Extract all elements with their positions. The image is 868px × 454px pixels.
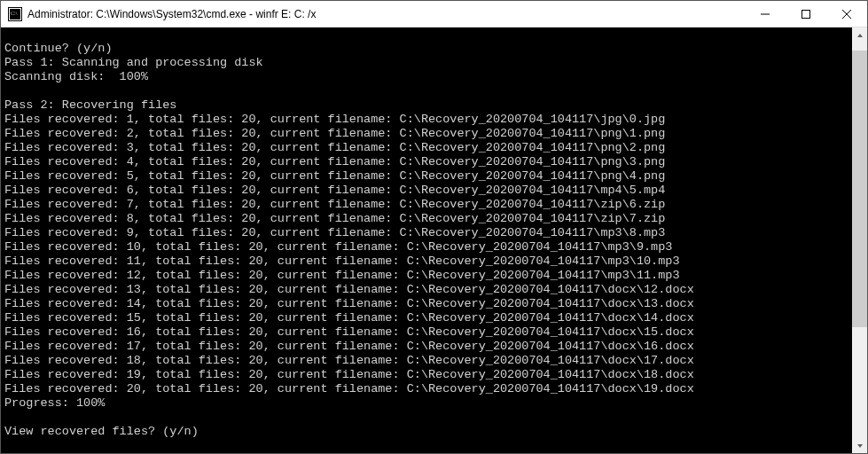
window: C:\ Administrator: C:\Windows\System32\c…	[0, 0, 868, 454]
cmd-icon: C:\	[8, 7, 22, 21]
terminal-line: Pass 1: Scanning and processing disk	[4, 56, 852, 70]
scroll-down-button[interactable]	[852, 438, 867, 453]
terminal-line: Progress: 100%	[4, 396, 852, 411]
maximize-button[interactable]	[786, 1, 826, 27]
terminal-line: Files recovered: 11, total files: 20, cu…	[4, 254, 852, 269]
terminal-line: Files recovered: 1, total files: 20, cur…	[4, 113, 852, 127]
terminal-line	[4, 84, 852, 98]
scroll-track[interactable]	[852, 43, 867, 438]
terminal-line: Files recovered: 12, total files: 20, cu…	[4, 269, 852, 283]
window-controls	[745, 1, 867, 27]
svg-marker-9	[857, 444, 863, 448]
close-button[interactable]	[826, 1, 867, 27]
client-area: Continue? (y/n)Pass 1: Scanning and proc…	[1, 27, 867, 453]
terminal-line: Files recovered: 17, total files: 20, cu…	[4, 340, 852, 354]
terminal-output[interactable]: Continue? (y/n)Pass 1: Scanning and proc…	[1, 27, 852, 453]
terminal-line: Files recovered: 5, total files: 20, cur…	[4, 169, 852, 184]
window-title: Administrator: C:\Windows\System32\cmd.e…	[27, 8, 745, 20]
terminal-line	[4, 27, 852, 42]
terminal-line: Files recovered: 9, total files: 20, cur…	[4, 226, 852, 240]
terminal-line	[4, 411, 852, 425]
terminal-line: Pass 2: Recovering files	[4, 98, 852, 113]
vertical-scrollbar[interactable]	[852, 27, 867, 453]
terminal-line: Files recovered: 6, total files: 20, cur…	[4, 184, 852, 198]
terminal-line: Files recovered: 10, total files: 20, cu…	[4, 240, 852, 254]
scroll-thumb[interactable]	[852, 51, 867, 327]
scroll-up-button[interactable]	[852, 27, 867, 43]
terminal-line: Scanning disk: 100%	[4, 70, 852, 84]
terminal-line: Continue? (y/n)	[4, 42, 852, 56]
terminal-line: Files recovered: 19, total files: 20, cu…	[4, 368, 852, 382]
terminal-line: Files recovered: 4, total files: 20, cur…	[4, 155, 852, 169]
terminal-line: View recovered files? (y/n)	[4, 425, 852, 439]
svg-rect-5	[802, 10, 810, 18]
terminal-line: Files recovered: 13, total files: 20, cu…	[4, 283, 852, 297]
terminal-line: Files recovered: 7, total files: 20, cur…	[4, 198, 852, 212]
svg-marker-8	[857, 34, 863, 37]
minimize-button[interactable]	[745, 1, 786, 27]
terminal-line: Files recovered: 8, total files: 20, cur…	[4, 212, 852, 226]
terminal-line: Files recovered: 20, total files: 20, cu…	[4, 382, 852, 396]
svg-text:C:\: C:\	[11, 11, 18, 16]
terminal-line: Files recovered: 3, total files: 20, cur…	[4, 141, 852, 155]
terminal-line: Files recovered: 2, total files: 20, cur…	[4, 127, 852, 141]
terminal-line: Files recovered: 15, total files: 20, cu…	[4, 311, 852, 325]
titlebar[interactable]: C:\ Administrator: C:\Windows\System32\c…	[1, 1, 867, 27]
terminal-line: Files recovered: 16, total files: 20, cu…	[4, 325, 852, 340]
terminal-line: Files recovered: 18, total files: 20, cu…	[4, 354, 852, 368]
terminal-line: Files recovered: 14, total files: 20, cu…	[4, 297, 852, 311]
